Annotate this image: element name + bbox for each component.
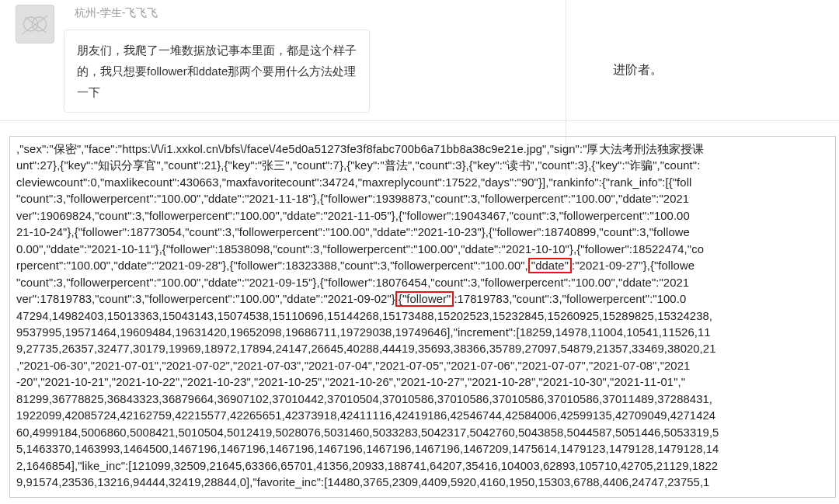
data-line: 1922099,42085724,42162759,42215577,42265… bbox=[16, 408, 829, 424]
data-line: unt":27},{"key":"知识分享官","count":21},{"ke… bbox=[16, 158, 829, 174]
follower-highlight: {"follower" bbox=[395, 291, 454, 307]
username: 杭州-学生-飞飞飞 bbox=[75, 6, 370, 20]
data-line: 81299,36778825,36843323,36879664,3690710… bbox=[16, 391, 829, 408]
data-line: 5,1463370,1463993,1464500,1467196,146719… bbox=[16, 441, 829, 457]
chat-post: 杭州-学生-飞飞飞 朋友们，我爬了一堆数据放记事本里面，都是这个样子的，我只想要… bbox=[16, 5, 370, 113]
data-line: 60,4999184,5006860,5008421,5010504,50124… bbox=[16, 425, 829, 441]
data-line: 2,1646854],"like_inc":[121099,32509,2164… bbox=[16, 458, 829, 474]
data-line: "count":3,"followerpercent":"100.00","dd… bbox=[16, 275, 829, 291]
data-line: ver":19069824,"count":3,"followerpercent… bbox=[16, 208, 829, 224]
data-line: rpercent":"100.00","ddate":"2021-09-28"}… bbox=[16, 258, 829, 274]
data-line: 47294,14982403,15013363,15043143,1507453… bbox=[16, 308, 829, 325]
data-line: 9537995,19571464,19609484,19631420,19652… bbox=[16, 325, 829, 341]
ddate-highlight: "ddate" bbox=[528, 258, 572, 273]
data-line: ,"2021-06-30","2021-07-01","2021-07-02",… bbox=[16, 358, 829, 374]
data-line: -20","2021-10-21","2021-10-22","2021-10-… bbox=[16, 374, 829, 391]
data-line: ,"sex":"保密","face":"https:\/\/i1.xxkol.c… bbox=[16, 141, 829, 158]
data-line: "count":3,"followerpercent":"100.00","dd… bbox=[16, 191, 829, 207]
data-line: ver":17819783,"count":3,"followerpercent… bbox=[16, 291, 829, 308]
data-line: 21-10-24"},{"follower":18773054,"count":… bbox=[16, 224, 829, 241]
data-line: 0.00","ddate":"2021-10-11"},{"follower":… bbox=[16, 242, 829, 258]
json-data-cell[interactable]: ,"sex":"保密","face":"https:\/\/i1.xxkol.c… bbox=[9, 136, 836, 498]
data-line: cleviewcount":0,"maxlikecount":430663,"m… bbox=[16, 175, 829, 191]
avatar bbox=[16, 5, 54, 43]
data-line: 9,27735,26357,32477,30179,19969,18972,17… bbox=[16, 341, 829, 357]
data-line: 9,91574,23536,13216,94444,32419,28844,0]… bbox=[16, 474, 829, 491]
message-bubble: 朋友们，我爬了一堆数据放记事本里面，都是这个样子的，我只想要follower和d… bbox=[64, 30, 370, 113]
